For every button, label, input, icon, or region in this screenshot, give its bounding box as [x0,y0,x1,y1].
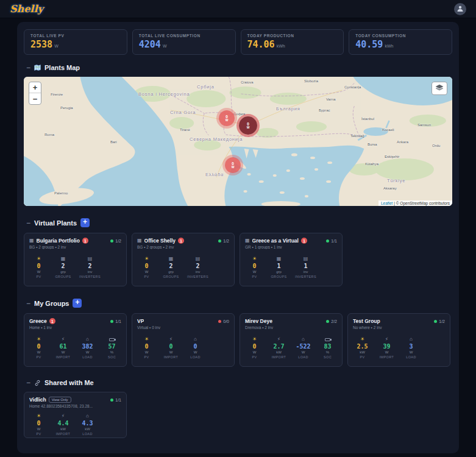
status-count: 2/2 [331,319,337,324]
metric-label: IMPORT [56,432,71,436]
plants-map[interactable]: Firenze Perugia Roma Bari Palermo Craiov… [24,77,452,206]
stat-value: 4204 [139,39,161,50]
status-dot [218,320,221,323]
virtual-plant-card-office-shelly[interactable]: Office Shelly 1 1/2 BG • 2 groups • 2 in… [132,233,235,286]
metric-unit: inv [88,270,93,274]
metric-unit: W [385,350,389,354]
collapse-toggle[interactable]: − [26,380,30,386]
metric-unit: W [86,350,90,354]
metric-unit: W [37,350,41,354]
sun-icon [252,336,257,342]
home-icon [86,413,89,419]
zoom-in-button[interactable]: + [29,82,41,93]
metric-label: IMPORT [380,355,394,359]
metric-label: PV [360,355,364,359]
virtual-plant-card-bulgaria-portfolio[interactable]: Bulgaria Portfolio 1 1/2 BG • 2 groups •… [24,233,127,286]
status-count: 1/2 [223,239,229,243]
metrics: 0 W PV 2 grp GROUPS 2 inv INVERTERS [137,256,229,278]
leaflet-link[interactable]: Leaflet [381,201,393,205]
inverter-icon [196,256,201,262]
metric-unit: W [37,270,41,274]
sun-icon [144,336,149,342]
metric-pv: 2.5 kW PV [354,336,371,359]
collapse-toggle[interactable]: − [26,300,30,306]
status-indicator: 0/0 [218,319,229,324]
metric-pv: 0 W PV [246,256,263,278]
metric-label: PV [36,275,41,278]
status-count: 1/2 [115,239,121,243]
metric-load: -522 W LOAD [295,336,311,359]
status-indicator: 1/2 [110,239,121,243]
battery-icon [325,336,330,342]
app-logo[interactable]: Shelly [10,3,43,15]
metric-unit: kW [276,350,282,354]
map-zoom-control: + − [29,82,41,105]
status-indicator: 1/1 [110,398,121,402]
status-dot [326,239,329,243]
metric-unit: W [302,350,305,354]
metric-label: INVERTERS [295,275,316,278]
status-indicator: 1/2 [434,319,445,324]
map-marker-cluster[interactable]: 0 W [225,157,241,173]
stat-label: TODAY PRODUCTION [247,34,338,38]
metric-value: 3 [409,344,413,350]
metric-value: 2 [61,263,65,269]
metric-label: IMPORT [164,355,179,359]
section-head-shared-with-me: − Shared with Me [26,379,450,386]
zoom-out-button[interactable]: − [29,93,41,104]
group-card-test-group[interactable]: Test Group 1/2 No where • 2 inv 2.5 kW P… [347,313,450,367]
add-group-button[interactable]: + [73,299,82,308]
metric-label: LOAD [406,355,416,359]
stat-card-total-live-consumption: TOTAL LIVE CONSUMPTION 4204W [132,29,236,55]
sun-icon [37,336,41,342]
group-card-mirev-deye[interactable]: Mirev Deye 2/2 Dremova • 2 inv 0 W PV 2.… [240,313,343,367]
add-virtual-plant-button[interactable]: + [80,218,90,227]
metric-label: SOC [108,355,116,359]
metric-unit: kW [60,427,66,431]
metrics: 0 W PV 2.7 kW IMPORT -522 W LOAD [245,336,337,359]
inverter-icon [88,256,93,262]
shared-card-vidlich[interactable]: Vidlich View Only 1/1 Home 42.8802358433… [24,392,127,438]
metric-unit: W [253,270,257,274]
status-dot [218,239,221,243]
virtual-plant-card-greece-as-a-virtual[interactable]: Greece as a Virtual 1 1/1 GR • 1 groups … [240,233,343,286]
metric-inverters: 2 inv INVERTERS [79,256,101,278]
metric-label: IMPORT [272,355,286,359]
stat-value: 2538 [30,39,52,50]
metric-label: LOAD [298,355,308,359]
metric-unit: kW [360,350,365,354]
map-marker-cluster[interactable]: 0 W [239,116,257,135]
status-count: 1/2 [439,319,445,324]
status-count: 0/0 [223,319,229,324]
shared-name: Vidlich [29,397,46,403]
map-layers-button[interactable] [432,82,447,95]
section-title-virtual-plants: Virtual Plants [34,219,77,227]
stat-value: 40.59 [355,39,383,50]
group-name: VP [137,318,144,324]
user-avatar[interactable] [454,3,466,15]
metric-value: 1 [277,263,280,269]
metric-unit: W [194,350,197,354]
group-card-vp[interactable]: VP 0/0 Virtual • 0 inv 0 W PV 0 W IMPORT [132,313,235,367]
home-icon [302,336,305,342]
metric-label: PV [36,355,41,359]
groups-icon [61,256,66,262]
status-indicator: 2/2 [326,319,337,324]
metric-value: 57 [108,344,115,350]
collapse-toggle[interactable]: − [26,65,30,71]
stat-value: 74.06 [247,39,275,50]
stat-unit: kWh [277,44,285,48]
metric-value: 61 [59,344,66,350]
metric-unit: grp [276,270,282,274]
metric-inverters: 1 inv INVERTERS [295,256,316,278]
map-marker-cluster[interactable]: 0 W [219,110,235,126]
metric-soc: 83 % SOC [319,336,336,359]
group-card-greece[interactable]: Greece 1 1/1 Home • 1 inv 0 W PV 61 W IM… [24,313,127,367]
shared-row: Vidlich View Only 1/1 Home 42.8802358433… [24,392,452,438]
collapse-toggle[interactable]: − [26,220,30,226]
section-title-my-groups: My Groups [34,300,69,307]
metrics: 0 W PV 61 W IMPORT 382 W LOAD [29,336,121,359]
stat-label: TOTAL LIVE CONSUMPTION [139,34,229,38]
metrics: 0 W PV 2 grp GROUPS 2 inv INVERTERS [29,256,121,278]
plant-subtitle: BG • 2 groups • 2 inv [137,245,229,249]
